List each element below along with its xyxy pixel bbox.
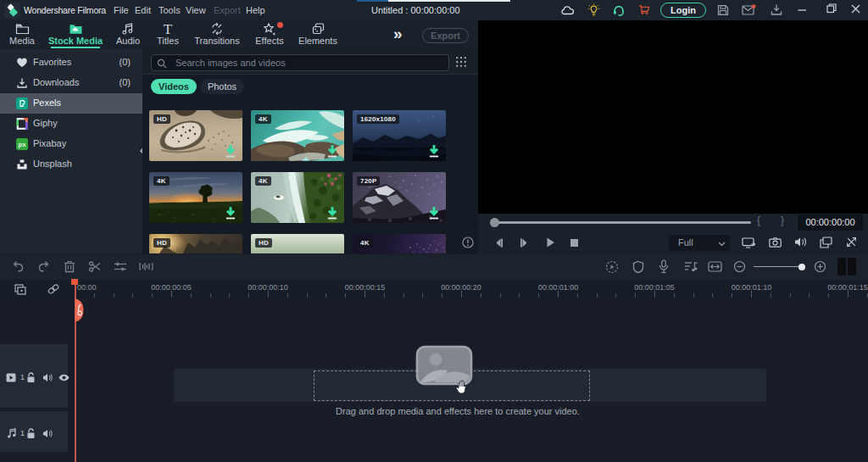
svg-text:px: px	[19, 141, 27, 148]
